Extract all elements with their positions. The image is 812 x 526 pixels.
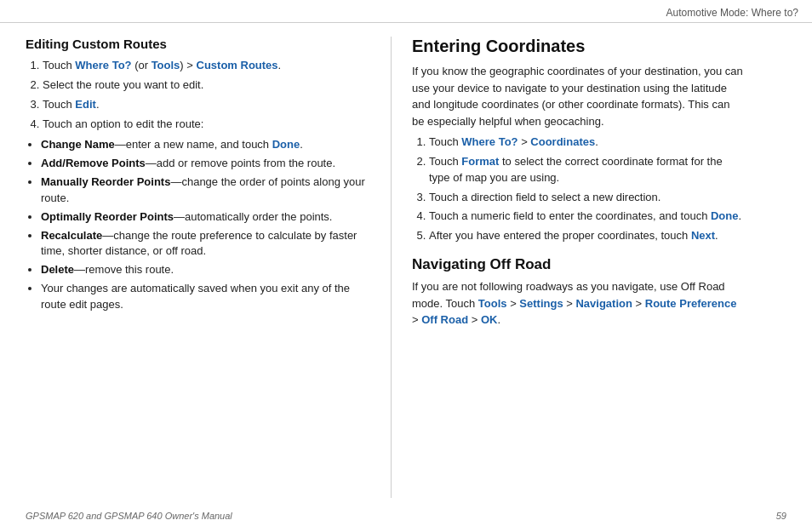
nav-off-road-title: Navigating Off Road bbox=[412, 256, 744, 273]
bullet-auto-save: Your changes are automatically saved whe… bbox=[41, 281, 374, 313]
off-road-link: Off Road bbox=[421, 313, 468, 326]
delete-term: Delete bbox=[41, 263, 74, 276]
bullet-delete: Delete—remove this route. bbox=[41, 262, 374, 278]
coords-step-5: After you have entered the proper coordi… bbox=[429, 228, 744, 244]
entering-coords-title: Entering Coordinates bbox=[412, 37, 744, 56]
next-link: Next bbox=[691, 229, 715, 242]
coords-step-4: Touch a numeric field to enter the coord… bbox=[429, 209, 744, 225]
coords-steps-list: Touch Where To? > Coordinates. Touch For… bbox=[412, 134, 744, 244]
bullet-add-remove: Add/Remove Points—add or remove points f… bbox=[41, 156, 374, 172]
tools-link-1: Tools bbox=[152, 59, 180, 71]
bullet-manually-reorder: Manually Reorder Points—change the order… bbox=[41, 174, 374, 207]
left-column: Editing Custom Routes Touch Where To? (o… bbox=[0, 37, 392, 498]
left-steps-list: Touch Where To? (or Tools) > Custom Rout… bbox=[26, 58, 374, 132]
ok-link: OK bbox=[481, 313, 498, 326]
tools-link-2: Tools bbox=[478, 297, 507, 310]
coords-step-1: Touch Where To? > Coordinates. bbox=[429, 134, 744, 151]
navigation-link: Navigation bbox=[575, 297, 632, 310]
change-name-term: Change Name bbox=[41, 138, 115, 151]
left-section-title: Editing Custom Routes bbox=[26, 37, 374, 51]
coords-step-3: Touch a direction field to select a new … bbox=[429, 190, 744, 206]
footer-manual: GPSMAP 620 and GPSMAP 640 Owner's Manual bbox=[26, 511, 232, 521]
settings-link: Settings bbox=[519, 297, 563, 310]
left-step-4: Touch an option to edit the route: bbox=[43, 117, 374, 133]
where-to-link-1: Where To? bbox=[75, 59, 131, 71]
left-step-2: Select the route you want to edit. bbox=[43, 77, 374, 94]
bullet-recalculate: Recalculate—change the route preference … bbox=[41, 228, 374, 260]
nav-off-road-text: If you are not following roadways as you… bbox=[412, 278, 744, 329]
optimally-reorder-term: Optimally Reorder Points bbox=[41, 210, 174, 223]
left-bullets-list: Change Name—enter a new name, and touch … bbox=[26, 137, 374, 312]
add-remove-term: Add/Remove Points bbox=[41, 157, 146, 169]
page-footer: GPSMAP 620 and GPSMAP 640 Owner's Manual… bbox=[0, 506, 812, 526]
bullet-change-name: Change Name—enter a new name, and touch … bbox=[41, 137, 374, 153]
format-link: Format bbox=[461, 155, 499, 168]
where-to-link-2: Where To? bbox=[461, 135, 518, 148]
entering-coords-intro: If you know the geographic coordinates o… bbox=[412, 63, 744, 129]
recalculate-term: Recalculate bbox=[41, 229, 102, 242]
route-preference-link: Route Preference bbox=[645, 297, 737, 310]
footer-page: 59 bbox=[776, 511, 786, 521]
bullet-optimally-reorder: Optimally Reorder Points—automatically o… bbox=[41, 209, 374, 226]
done-link-2: Done bbox=[711, 209, 739, 222]
main-content: Editing Custom Routes Touch Where To? (o… bbox=[0, 23, 812, 498]
left-step-3: Touch Edit. bbox=[43, 97, 374, 113]
page-header: Automotive Mode: Where to? bbox=[0, 0, 812, 23]
edit-link: Edit bbox=[75, 98, 96, 111]
custom-routes-link: Custom Routes bbox=[197, 59, 278, 71]
header-text: Automotive Mode: Where to? bbox=[666, 7, 798, 19]
right-column: Entering Coordinates If you know the geo… bbox=[392, 37, 812, 498]
coords-step-2: Touch Format to select the correct coord… bbox=[429, 154, 744, 186]
manually-reorder-term: Manually Reorder Points bbox=[41, 175, 170, 188]
done-link-1: Done bbox=[272, 138, 300, 151]
coordinates-link: Coordinates bbox=[530, 135, 595, 148]
left-step-1: Touch Where To? (or Tools) > Custom Rout… bbox=[43, 58, 374, 74]
